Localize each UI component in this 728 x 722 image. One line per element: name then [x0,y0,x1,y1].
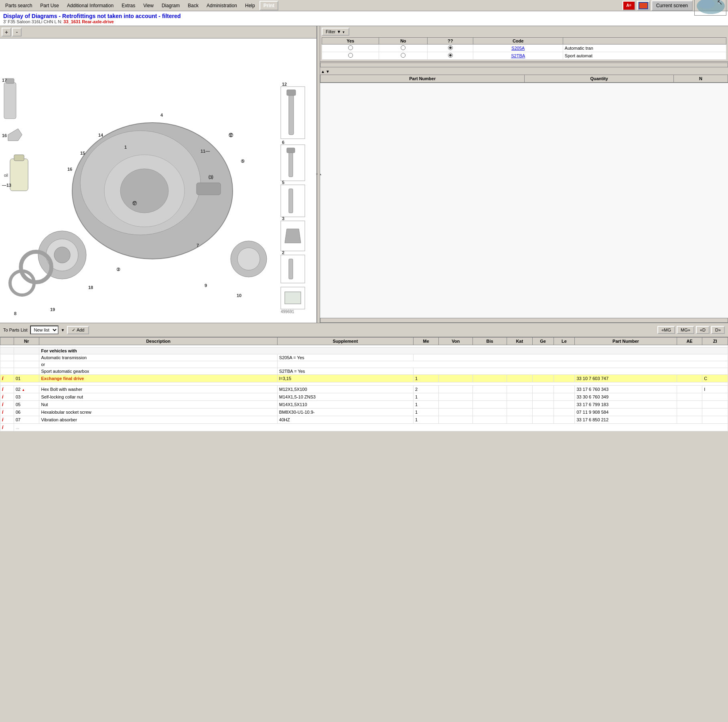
table-row: Sport automatic gearbox S2TBA = Yes [0,368,728,375]
cell-desc: or [39,361,277,368]
title-bar: Display of Diagrams - Retrofittings not … [0,11,728,26]
filter-no-radio-1[interactable] [401,45,406,50]
filter-no-radio-2[interactable] [401,53,406,58]
table-row[interactable]: i ... [0,424,728,431]
cell-part-number: 33 17 6 850 212 [575,416,677,424]
cell-info: i [0,401,14,409]
cell-desc: Hexalobular socket screw [39,409,277,416]
svg-text:1: 1 [124,145,127,150]
page-title: Display of Diagrams - Retrofittings not … [3,13,725,19]
cell-nr: 01 [14,375,39,382]
right-scrollbar[interactable] [320,318,728,323]
page-subtitle: 3' F35 Saloon 316Li CHN L N: 33_1631 Rea… [3,19,725,24]
main-content: + - 17 16 oil —13 [0,26,728,323]
filter-button[interactable]: Filter ▼ [322,28,349,36]
icon-btn-2[interactable] [637,1,650,10]
filter-code-2[interactable]: S2TBA [473,52,563,60]
cell-part-number: 33 10 7 603 747 [575,375,677,382]
menu-diagram[interactable]: Diagram [158,1,183,10]
table-row[interactable]: i 02 ▲ Hex Bolt with washer M12X1,5X100 … [0,386,728,393]
filter-col-desc [563,38,726,44]
menubar: Parts search Part Use Additional Informa… [0,0,728,11]
cell-nr: 07 [14,416,39,424]
svg-text:17: 17 [2,78,7,83]
menu-extras[interactable]: Extras [118,1,139,10]
sort-up-icon[interactable]: ▲ [321,69,325,74]
cell-part-number: 33 30 6 760 349 [575,393,677,401]
info-icon: i [2,402,3,407]
parts-table: Nr Description Supplement Me Von Bis Kat… [0,337,728,431]
menu-additional-information[interactable]: Additional Information [63,1,117,10]
icon-btn-1[interactable]: A® [623,1,635,10]
cell-le [554,393,575,401]
cell-info: i [0,375,14,382]
nav-d-next[interactable]: D» [711,326,725,334]
filter-yes-radio-2[interactable] [348,53,353,58]
cell-supplement: M14X1,5-10 ZNS3 [277,393,413,401]
cell-ge [532,401,554,409]
cell-ge [532,393,554,401]
cell-bis [473,416,507,424]
filter-qq-radio-1[interactable] [448,45,453,50]
filter-qq-radio-2[interactable] [448,53,453,58]
svg-text:8: 8 [14,311,16,315]
table-row[interactable]: i 03 Self-locking collar nut M14X1,5-10 … [0,393,728,401]
header-right: A® Current screen ↖ [623,0,726,16]
table-row[interactable]: i 05 Nut M14X1,5X110 1 33 17 6 799 183 [0,401,728,409]
zoom-in-button[interactable]: + [2,28,11,36]
cell-kat [507,416,532,424]
svg-text:12: 12 [282,82,287,87]
svg-rect-41 [289,91,294,135]
cell-supplement: S205A = Yes [277,354,413,361]
parts-table-header: Part Number Quantity N [320,75,728,83]
menu-part-use[interactable]: Part Use [37,1,63,10]
nav-d-prev[interactable]: «D [696,326,710,334]
table-row[interactable]: i 06 Hexalobular socket screw BM8X30-U1-… [0,409,728,416]
cell-ae [677,393,702,401]
list-dropdown-icon[interactable]: ▼ [61,328,65,332]
table-row[interactable]: i 01 Exchange final drive l=3,15 1 33 10… [0,375,728,382]
svg-text:5: 5 [282,180,284,185]
cell-nr: 02 ▲ [14,386,39,393]
diagram-image: 17 16 oil —13 [0,38,316,323]
diagram-area: + - 17 16 oil —13 [0,26,317,323]
cell-bis [473,409,507,416]
cell-nr: 03 [14,393,39,401]
zoom-out-button[interactable]: - [12,28,22,36]
menu-print[interactable]: Print [260,1,278,10]
cell-von [439,375,473,382]
menu-view[interactable]: View [140,1,157,10]
cell-desc: Vibration absorber [39,416,277,424]
nav-mg-prev[interactable]: «MG [657,326,675,334]
filter-col-qq: ?? [428,38,473,44]
current-screen-button[interactable]: Current screen [651,0,693,11]
menu-administration[interactable]: Administration [203,1,241,10]
cell-nr [14,348,39,354]
table-row[interactable]: i 07 Vibration absorber 40HZ 1 33 17 6 8… [0,416,728,424]
cell-kat [507,401,532,409]
cell-von [439,401,473,409]
filter-code-1[interactable]: S205A [473,44,563,52]
add-button[interactable]: ✓ Add [67,326,89,334]
filter-col-no: No [379,38,428,44]
list-select[interactable]: New list [30,326,59,334]
resize-handle[interactable] [317,26,320,323]
cell-info [0,348,14,354]
cell-desc: Automatic transmission [39,354,277,361]
parts-header-table: Part Number Quantity N [320,75,728,83]
cell-info: i [0,416,14,424]
sort-down-icon[interactable]: ▼ [326,69,330,74]
svg-text:10: 10 [237,293,241,298]
sort-arrows: ▲ ▼ [320,68,728,75]
filter-scrollbar[interactable] [320,63,728,67]
menu-parts-search[interactable]: Parts search [2,1,36,10]
menu-help[interactable]: Help [241,1,259,10]
svg-rect-1 [639,3,647,8]
svg-point-22 [237,248,260,270]
cell-info: i [0,386,14,393]
filter-yes-radio-1[interactable] [348,45,353,50]
nav-mg-next[interactable]: MG» [677,326,694,334]
menu-back[interactable]: Back [184,1,202,10]
svg-rect-4 [4,83,16,119]
svg-point-20 [54,247,70,263]
